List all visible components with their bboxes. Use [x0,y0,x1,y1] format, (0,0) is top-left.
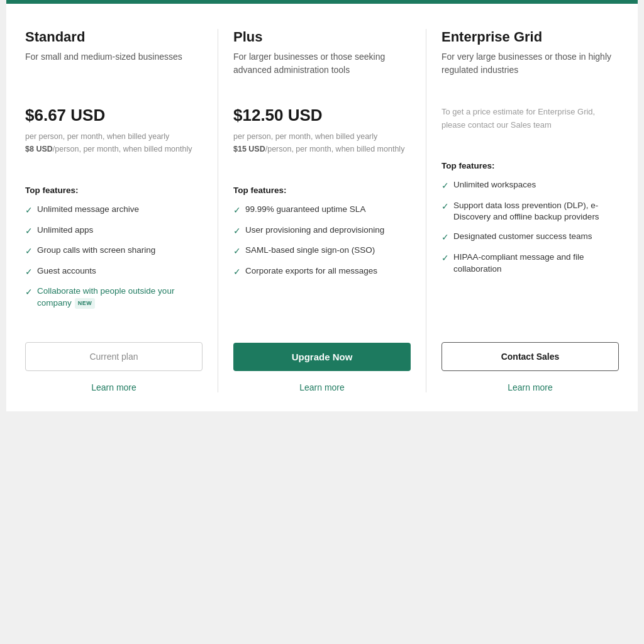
pricing-page: StandardFor small and medium-sized busin… [6,0,638,411]
new-badge: NEW [75,298,96,309]
feature-item: ✓User provisioning and deprovisioning [233,225,411,238]
check-icon: ✓ [441,201,449,213]
feature-text: Corporate exports for all messages [245,265,377,277]
check-icon: ✓ [233,245,241,258]
feature-item: ✓99.99% guaranteed uptime SLA [233,204,411,217]
check-icon: ✓ [25,286,33,299]
check-icon: ✓ [25,225,33,238]
check-icon: ✓ [25,204,33,217]
check-icon: ✓ [233,225,241,238]
feature-item: ✓Collaborate with people outside your co… [25,286,203,309]
check-icon: ✓ [233,204,241,217]
feature-text: Unlimited apps [37,225,93,236]
plan-name-plus: Plus [233,29,411,45]
plan-price-standard: $6.67 USD [25,106,203,125]
feature-text: 99.99% guaranteed uptime SLA [245,204,365,216]
action-area-standard: Current planLearn more [25,342,203,392]
features-label-enterprise: Top features: [441,161,619,170]
feature-text: Unlimited workspaces [453,179,536,191]
feature-text: Group calls with screen sharing [37,245,155,257]
spacer [233,286,411,318]
feature-item: ✓Corporate exports for all messages [233,265,411,279]
check-icon: ✓ [25,245,33,258]
feature-text: SAML-based single sign-on (SSO) [245,245,375,257]
enterprise-button[interactable]: Contact Sales [441,342,619,371]
check-icon: ✓ [233,266,241,279]
feature-text: Unlimited message archive [37,204,139,216]
feature-item: ✓SAML-based single sign-on (SSO) [233,245,411,258]
plan-name-standard: Standard [25,29,203,45]
check-icon: ✓ [25,266,33,279]
enterprise-note-enterprise: To get a price estimate for Enterprise G… [441,106,619,143]
check-icon: ✓ [441,231,449,244]
feature-item: ✓Support data loss prevention (DLP), e-D… [441,200,619,224]
plan-name-enterprise: Enterprise Grid [441,29,619,45]
check-icon: ✓ [441,252,449,265]
feature-item: ✓Unlimited message archive [25,204,203,217]
feature-link[interactable]: Collaborate with people outside your com… [37,286,174,308]
feature-text: Designated customer success teams [453,231,592,243]
feature-item: ✓Unlimited apps [25,225,203,238]
feature-text: Guest accounts [37,265,96,277]
plan-col-standard: StandardFor small and medium-sized busin… [25,29,218,392]
feature-text: HIPAA-compliant message and file collabo… [453,252,619,275]
feature-text: Collaborate with people outside your com… [37,286,203,309]
features-label-plus: Top features: [233,186,411,195]
plan-desc-plus: For larger businesses or those seeking a… [233,50,411,88]
check-icon: ✓ [441,180,449,192]
features-label-standard: Top features: [25,186,203,195]
feature-text: User provisioning and deprovisioning [245,225,384,236]
action-area-plus: Upgrade NowLearn more [233,343,411,392]
features-list-standard: ✓Unlimited message archive✓Unlimited app… [25,204,203,317]
plan-price-note-plus: per person, per month, when billed yearl… [233,130,411,168]
plan-desc-standard: For small and medium-sized businesses [25,50,203,88]
plan-col-enterprise: Enterprise GridFor very large businesses… [426,29,619,392]
plan-desc-enterprise: For very large businesses or those in hi… [441,50,619,88]
plan-price-plus: $12.50 USD [233,106,411,125]
plan-price-note-standard: per person, per month, when billed yearl… [25,130,203,168]
plan-col-plus: PlusFor larger businesses or those seeki… [218,29,426,392]
feature-item: ✓HIPAA-compliant message and file collab… [441,252,619,275]
features-list-plus: ✓99.99% guaranteed uptime SLA✓User provi… [233,204,411,286]
feature-item: ✓Unlimited workspaces [441,179,619,192]
learn-more-plus[interactable]: Learn more [233,382,411,392]
feature-item: ✓Guest accounts [25,265,203,279]
features-list-enterprise: ✓Unlimited workspaces✓Support data loss … [441,179,619,283]
standard-button[interactable]: Current plan [25,342,203,371]
learn-more-enterprise[interactable]: Learn more [441,382,619,392]
plus-button[interactable]: Upgrade Now [233,343,411,371]
action-area-enterprise: Contact SalesLearn more [441,342,619,392]
learn-more-standard[interactable]: Learn more [25,382,203,392]
plans-container: StandardFor small and medium-sized busin… [25,29,619,392]
feature-item: ✓Group calls with screen sharing [25,245,203,258]
feature-text: Support data loss prevention (DLP), e-Di… [453,200,619,224]
feature-item: ✓Designated customer success teams [441,231,619,244]
spacer [441,283,619,317]
